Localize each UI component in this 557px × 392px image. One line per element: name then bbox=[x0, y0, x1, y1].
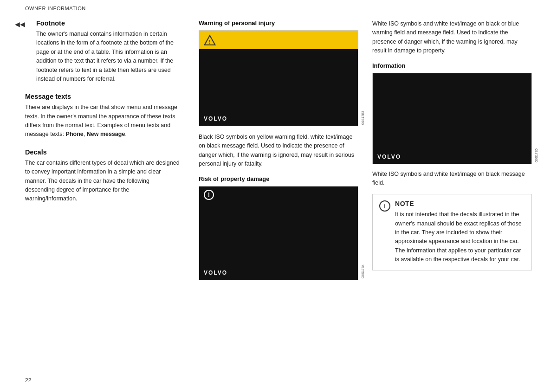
information-volvo-logo: VOLVO bbox=[377, 154, 401, 160]
page-footer: 22 bbox=[25, 377, 31, 384]
right-column: White ISO symbols and white text/image o… bbox=[372, 19, 532, 287]
decals-section: Decals The car contains different types … bbox=[25, 148, 180, 204]
page: OWNER INFORMATION ◀◀ Footnote The owner'… bbox=[0, 0, 557, 392]
note-body: It is not intended that the decals illus… bbox=[395, 210, 525, 264]
message-texts-comma: , bbox=[84, 131, 87, 137]
warning-decal-top: ! bbox=[199, 31, 358, 49]
information-decal-card: VOLVO G6S17B5 bbox=[372, 73, 532, 164]
message-texts-end: . bbox=[125, 131, 126, 137]
decals-body: The car contains different types of deca… bbox=[25, 159, 180, 204]
footnote-section: ◀◀ Footnote The owner's manual contains … bbox=[25, 19, 180, 84]
information-title: Information bbox=[372, 62, 532, 69]
risk-decal-top: ! bbox=[199, 186, 358, 203]
risk-decal-card: ! VOLVO G6S17B4 bbox=[199, 186, 358, 280]
warning-decal-id: G6S17B3 bbox=[360, 110, 365, 126]
middle-column: Warning of personal injury ! VOLVO G6S17… bbox=[199, 19, 358, 287]
page-header: OWNER INFORMATION bbox=[25, 6, 532, 11]
right-top-description: White ISO symbols and white text/image o… bbox=[372, 19, 532, 56]
footnote-title: Footnote bbox=[36, 19, 180, 27]
content-area: ◀◀ Footnote The owner's manual contains … bbox=[25, 19, 532, 287]
message-texts-body: There are displays in the car that show … bbox=[25, 103, 180, 139]
note-box: i NOTE It is not intended that the decal… bbox=[372, 194, 532, 270]
information-decal-id: G6S17B5 bbox=[534, 148, 539, 163]
risk-volvo-logo: VOLVO bbox=[204, 270, 227, 276]
warning-decal-card: ! VOLVO G6S17B3 bbox=[199, 30, 358, 126]
note-title: NOTE bbox=[395, 200, 525, 207]
risk-decal-body: VOLVO bbox=[199, 203, 358, 280]
warning-decal-body: VOLVO bbox=[199, 49, 358, 126]
warning-triangle-icon: ! bbox=[204, 34, 216, 46]
warning-decal-description: Black ISO symbols on yellow warning fiel… bbox=[199, 133, 358, 169]
message-texts-phone: Phone bbox=[66, 131, 84, 137]
risk-decal-id: G6S17B4 bbox=[360, 263, 365, 279]
risk-section-title: Risk of property damage bbox=[199, 175, 358, 182]
footnote-body: The owner's manual contains information … bbox=[36, 30, 180, 84]
note-content: NOTE It is not intended that the decals … bbox=[395, 200, 525, 264]
right-bottom-description: White ISO symbols and white text/image o… bbox=[372, 170, 532, 188]
message-texts-title: Message texts bbox=[25, 93, 180, 100]
decals-title: Decals bbox=[25, 148, 180, 156]
footnote-marker: ◀◀ bbox=[15, 20, 25, 28]
message-texts-newmessage: New message bbox=[87, 131, 125, 137]
note-icon-letter: i bbox=[384, 203, 386, 210]
circle-exclamation-icon: ! bbox=[204, 190, 214, 200]
warning-volvo-logo: VOLVO bbox=[204, 116, 227, 122]
message-texts-section: Message texts There are displays in the … bbox=[25, 93, 180, 139]
warning-section-title: Warning of personal injury bbox=[199, 19, 358, 26]
information-decal-body: VOLVO bbox=[373, 73, 531, 164]
svg-text:!: ! bbox=[209, 39, 211, 45]
left-column: ◀◀ Footnote The owner's manual contains … bbox=[25, 19, 185, 287]
note-icon: i bbox=[379, 200, 390, 212]
